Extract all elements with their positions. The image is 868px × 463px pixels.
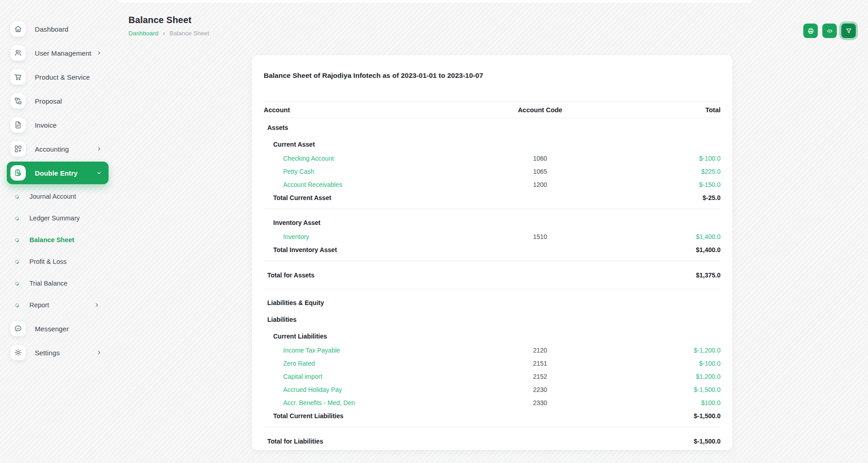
- account-code-cell: 1060: [474, 155, 607, 162]
- filter-icon: [845, 27, 853, 35]
- chevron-right-icon: [96, 146, 102, 152]
- submenu-bullet-icon: [14, 194, 20, 200]
- table-body: AssetsCurrent AssetChecking Account1060$…: [264, 118, 721, 450]
- total-cell: $1,400.0: [606, 246, 721, 253]
- account-link[interactable]: Accr. Benefits - Med, Den: [283, 399, 355, 406]
- table-section-divider: [264, 289, 721, 289]
- sidebar-subitem-journal-account[interactable]: Journal Account: [0, 186, 111, 207]
- breadcrumb: Dashboard › Balance Sheet: [128, 29, 209, 37]
- account-link[interactable]: Inventory: [283, 233, 309, 240]
- table-row-income-tax-payable: Income Tax Payable2120$-1,200.0: [264, 344, 721, 357]
- chevron-down-icon: [96, 170, 102, 176]
- submenu-bullet-icon: [14, 237, 20, 243]
- toggle-view-button[interactable]: [822, 24, 837, 38]
- sidebar-subitem-label: Report: [29, 301, 94, 309]
- total-cell: $-1,500.0: [606, 386, 721, 393]
- page-title: Balance Sheet: [128, 15, 209, 25]
- sidebar-item-label: Settings: [35, 349, 96, 357]
- total-cell: $1,200.0: [606, 373, 721, 380]
- sidebar: DashboardUser ManagementProduct & Servic…: [0, 0, 111, 463]
- account-cell: Zero Rated: [264, 360, 474, 367]
- sidebar-item-accounting[interactable]: Accounting: [7, 138, 109, 160]
- total-cell: $-1,500.0: [606, 438, 721, 445]
- chevron-right-icon: [96, 50, 102, 56]
- sidebar-subitem-balance-sheet[interactable]: Balance Sheet: [0, 229, 111, 251]
- account-code-cell: 2152: [474, 373, 607, 380]
- account-link[interactable]: Zero Rated: [283, 360, 315, 367]
- report-title: Balance Sheet of Rajodiya Infotech as of…: [264, 72, 721, 80]
- account-link[interactable]: Petty Cash: [283, 168, 314, 175]
- proposal-icon: [10, 93, 26, 109]
- filter-button[interactable]: [841, 24, 856, 38]
- account-cell: Total Current Asset: [264, 194, 474, 201]
- sidebar-item-product-and-service[interactable]: Product & Service: [7, 66, 109, 88]
- account-cell: Account Receivables: [264, 181, 474, 188]
- table-row-current-liabilities: Current Liabilities: [264, 327, 721, 344]
- table-section-divider: [264, 261, 721, 261]
- account-code-cell: 1510: [474, 233, 607, 240]
- sidebar-item-messenger[interactable]: Messenger: [7, 317, 109, 340]
- code-icon: [826, 27, 834, 35]
- sidebar-subitem-trial-balance[interactable]: Trial Balance: [0, 272, 111, 294]
- sidebar-subitem-label: Balance Sheet: [29, 236, 111, 243]
- account-link[interactable]: Income Tax Payable: [283, 347, 340, 354]
- breadcrumb-dashboard-link[interactable]: Dashboard: [128, 30, 158, 37]
- header-top-strip: [119, 0, 752, 3]
- sidebar-item-invoice[interactable]: Invoice: [7, 114, 109, 136]
- account-cell: Accrued Holiday Pay: [264, 386, 474, 393]
- settings-icon: [10, 345, 26, 360]
- cart-icon: [10, 69, 26, 85]
- sidebar-item-user-management[interactable]: User Management: [7, 42, 109, 64]
- table-header-row: Account Account Code Total: [264, 101, 721, 118]
- sidebar-item-label: Invoice: [35, 121, 109, 129]
- sidebar-subitem-label: Trial Balance: [29, 280, 111, 287]
- sidebar-item-proposal[interactable]: Proposal: [7, 90, 109, 112]
- report-toolbar: [803, 24, 856, 38]
- sidebar-subitem-profit-and-loss[interactable]: Profit & Loss: [0, 251, 111, 272]
- table-row-account-receivables: Account Receivables1200$-150.0: [264, 178, 721, 191]
- sidebar-item-label: User Management: [35, 49, 96, 57]
- account-cell: Capital import: [264, 373, 474, 380]
- account-code-cell: 1200: [474, 181, 607, 188]
- column-header-account-code: Account Code: [474, 106, 607, 114]
- total-cell: $-100.0: [606, 155, 721, 162]
- messenger-icon: [10, 321, 26, 336]
- sidebar-item-dashboard[interactable]: Dashboard: [7, 18, 109, 40]
- breadcrumb-current: Balance Sheet: [170, 30, 209, 37]
- account-cell: Liabilities & Equity: [264, 299, 474, 306]
- sidebar-subitem-ledger-summary[interactable]: Ledger Summary: [0, 207, 111, 229]
- accounting-icon: [10, 141, 26, 157]
- account-cell: Liabilities: [264, 316, 474, 323]
- column-header-account: Account: [264, 106, 474, 114]
- account-cell: Total for Liabilities: [264, 438, 474, 445]
- print-button[interactable]: [803, 24, 818, 38]
- submenu-bullet-icon: [14, 302, 20, 308]
- table-row-liabilities-and-equity: Liabilities & Equity: [264, 293, 721, 310]
- total-cell: $1,375.0: [606, 272, 721, 279]
- chevron-right-icon: [96, 349, 102, 356]
- sidebar-item-settings[interactable]: Settings: [7, 341, 109, 364]
- sidebar-item-label: Dashboard: [35, 25, 109, 33]
- account-cell: Total for Assets: [264, 272, 474, 279]
- table-row-total-current-liabilities: Total Current Liabilities$-1,500.0: [264, 409, 721, 423]
- account-cell: Current Asset: [264, 141, 474, 148]
- account-cell: Petty Cash: [264, 168, 474, 175]
- column-header-total: Total: [606, 106, 721, 114]
- table-row-checking-account: Checking Account1060$-100.0: [264, 152, 721, 165]
- home-icon: [10, 21, 26, 37]
- sidebar-item-label: Messenger: [35, 325, 109, 333]
- table-row-inventory: Inventory1510$1,400.0: [264, 230, 721, 243]
- sidebar-subitem-report[interactable]: Report: [0, 294, 111, 316]
- account-link[interactable]: Accrued Holiday Pay: [283, 386, 342, 393]
- sidebar-subitem-label: Journal Account: [29, 193, 111, 200]
- account-link[interactable]: Capital import: [283, 373, 322, 380]
- account-link[interactable]: Account Receivables: [283, 181, 342, 188]
- account-cell: Current Liabilities: [264, 333, 474, 340]
- submenu-bullet-icon: [14, 259, 20, 265]
- sidebar-item-double-entry[interactable]: Double Entry: [7, 162, 109, 184]
- balance-sheet-table: Account Account Code Total AssetsCurrent…: [264, 101, 721, 450]
- table-row-total-current-asset: Total Current Asset$-25.0: [264, 191, 721, 205]
- total-cell: $-1,500.0: [606, 412, 721, 420]
- account-link[interactable]: Checking Account: [283, 155, 334, 162]
- sidebar-subitem-label: Profit & Loss: [29, 258, 111, 265]
